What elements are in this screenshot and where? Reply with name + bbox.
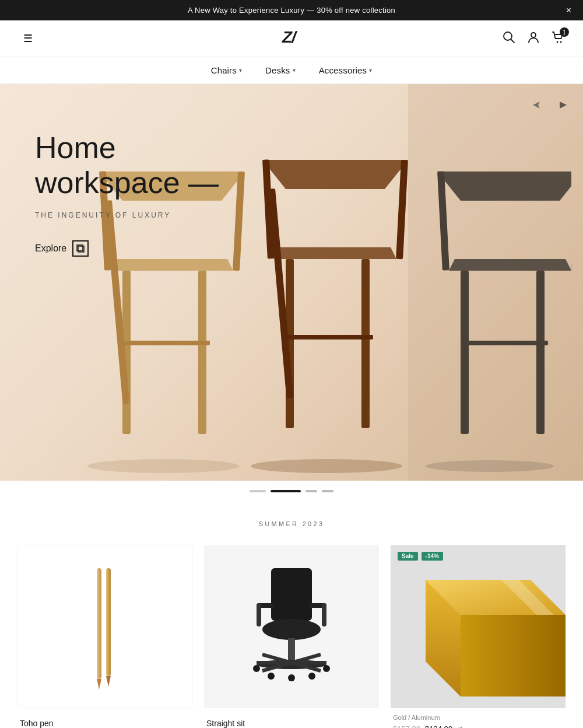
svg-rect-35 bbox=[97, 568, 101, 679]
svg-marker-58 bbox=[461, 615, 566, 696]
hero-subtitle: THE INGENUITY OF LUXURY bbox=[35, 211, 219, 219]
hero-title: Home workspace — bbox=[35, 131, 219, 201]
svg-rect-16 bbox=[122, 341, 210, 345]
header: ☰ Z/ 1 bbox=[0, 20, 583, 57]
cart-badge: 1 bbox=[560, 27, 569, 37]
svg-rect-24 bbox=[286, 335, 373, 340]
product-image-thincube: Sale -14% bbox=[391, 545, 566, 708]
svg-point-5 bbox=[560, 41, 562, 43]
svg-rect-12 bbox=[198, 271, 206, 434]
chevron-down-icon: ▾ bbox=[293, 67, 296, 74]
product-prices: $157.00 $134.00 ↺ bbox=[393, 724, 563, 728]
svg-rect-37 bbox=[106, 568, 111, 676]
product-image-toho-pen bbox=[17, 545, 192, 708]
svg-point-51 bbox=[323, 665, 330, 672]
svg-point-4 bbox=[557, 41, 559, 43]
price-original: $157.00 bbox=[393, 724, 420, 728]
svg-rect-45 bbox=[288, 638, 295, 662]
hamburger-menu[interactable]: ☰ bbox=[19, 30, 37, 47]
hero-section: Home workspace — THE INGENUITY OF LUXURY… bbox=[0, 84, 583, 481]
svg-point-54 bbox=[288, 674, 295, 681]
svg-marker-18 bbox=[274, 247, 396, 259]
announcement-bar: A New Way to Experience Luxury — 30% off… bbox=[0, 0, 583, 20]
badge-percent: -14% bbox=[422, 552, 443, 561]
refresh-icon[interactable]: ↺ bbox=[457, 725, 463, 729]
svg-point-33 bbox=[251, 459, 402, 473]
hero-explore-button[interactable]: Explore bbox=[35, 240, 219, 257]
svg-rect-15 bbox=[233, 172, 245, 271]
carousel-dot-2[interactable] bbox=[271, 490, 301, 492]
hero-right-panel bbox=[408, 84, 583, 481]
svg-rect-39 bbox=[271, 568, 312, 621]
announcement-text: A New Way to Experience Luxury — 30% off… bbox=[188, 6, 395, 15]
svg-rect-43 bbox=[322, 603, 326, 626]
header-left: ☰ bbox=[19, 30, 37, 47]
nav-item-desks[interactable]: Desks ▾ bbox=[265, 65, 296, 75]
product-card-toho-pen[interactable]: Toho pen bbox=[12, 539, 198, 728]
svg-point-32 bbox=[87, 459, 239, 473]
office-chair-visual bbox=[239, 562, 344, 691]
product-badges: Sale -14% bbox=[398, 552, 443, 561]
svg-point-3 bbox=[531, 33, 536, 37]
svg-point-44 bbox=[262, 619, 321, 640]
hero-content: Home workspace — THE INGENUITY OF LUXURY… bbox=[35, 131, 219, 257]
carousel-dot-4[interactable] bbox=[322, 490, 333, 492]
svg-rect-23 bbox=[396, 160, 408, 259]
svg-marker-36 bbox=[97, 679, 101, 690]
product-card-thincube[interactable]: Sale -14% bbox=[385, 539, 571, 728]
search-icon[interactable] bbox=[503, 31, 515, 47]
svg-point-53 bbox=[308, 673, 315, 680]
svg-rect-42 bbox=[257, 603, 261, 626]
carousel-dot-3[interactable] bbox=[305, 490, 317, 492]
svg-marker-17 bbox=[262, 160, 408, 189]
cart-icon[interactable]: 1 bbox=[552, 31, 564, 46]
product-card-straight-sit[interactable]: Straight sit bbox=[198, 539, 385, 728]
product-variant-label: Gold / Aluminum bbox=[393, 714, 563, 721]
svg-marker-38 bbox=[106, 676, 111, 687]
nav-item-accessories[interactable]: Accessories ▾ bbox=[319, 65, 373, 75]
carousel-dots bbox=[0, 481, 583, 502]
account-icon[interactable] bbox=[527, 31, 540, 47]
carousel-dot-1[interactable] bbox=[250, 490, 266, 492]
site-logo[interactable]: Z/ bbox=[281, 26, 302, 51]
products-grid: Toho pen bbox=[0, 539, 583, 728]
section-title: SUMMER 2023 bbox=[0, 502, 583, 539]
svg-point-50 bbox=[253, 665, 260, 672]
product-meta-toho-pen: Toho pen bbox=[17, 708, 192, 728]
badge-sale: Sale bbox=[398, 552, 418, 561]
chevron-down-icon: ▾ bbox=[369, 67, 372, 74]
nav-item-chairs[interactable]: Chairs ▾ bbox=[211, 65, 242, 75]
gold-cube-visual bbox=[391, 545, 566, 708]
chevron-down-icon: ▾ bbox=[239, 67, 242, 74]
product-meta-straight-sit: Straight sit bbox=[204, 708, 379, 728]
product-meta-thincube: Gold / Aluminum $157.00 $134.00 ↺ Alumin… bbox=[391, 708, 566, 728]
main-nav: Chairs ▾ Desks ▾ Accessories ▾ bbox=[0, 57, 583, 84]
svg-point-52 bbox=[268, 673, 275, 680]
product-image-straight-sit bbox=[204, 545, 379, 708]
product-name: Straight sit bbox=[206, 719, 377, 728]
svg-line-2 bbox=[511, 39, 515, 43]
announcement-close[interactable]: × bbox=[566, 6, 571, 15]
pen-visual bbox=[82, 562, 128, 691]
explore-icon bbox=[72, 240, 89, 257]
product-name: Toho pen bbox=[20, 719, 190, 728]
svg-marker-10 bbox=[111, 259, 233, 271]
svg-text:Z/: Z/ bbox=[282, 28, 298, 46]
price-sale: $134.00 bbox=[425, 724, 452, 728]
svg-rect-20 bbox=[361, 259, 370, 428]
header-right: 1 bbox=[503, 31, 564, 47]
